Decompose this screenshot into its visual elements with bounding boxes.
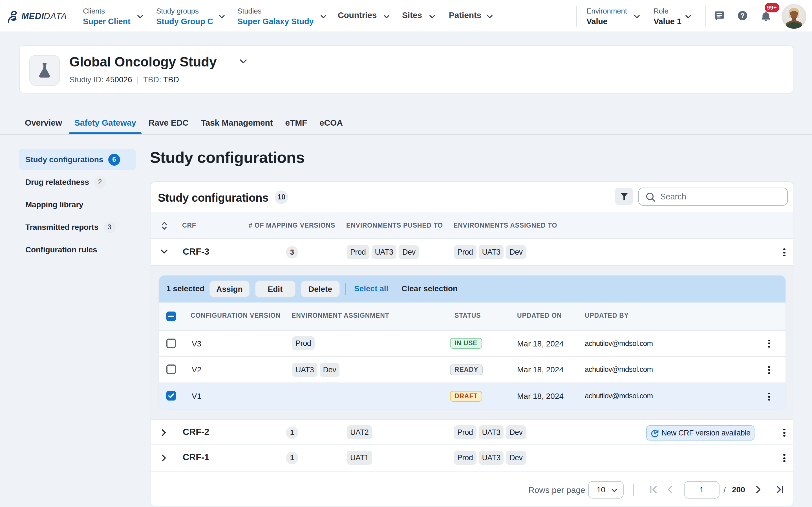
- svg-text:DATA: DATA: [44, 11, 67, 21]
- svg-text:MEDI: MEDI: [21, 11, 44, 21]
- svg-text:?: ?: [741, 12, 745, 19]
